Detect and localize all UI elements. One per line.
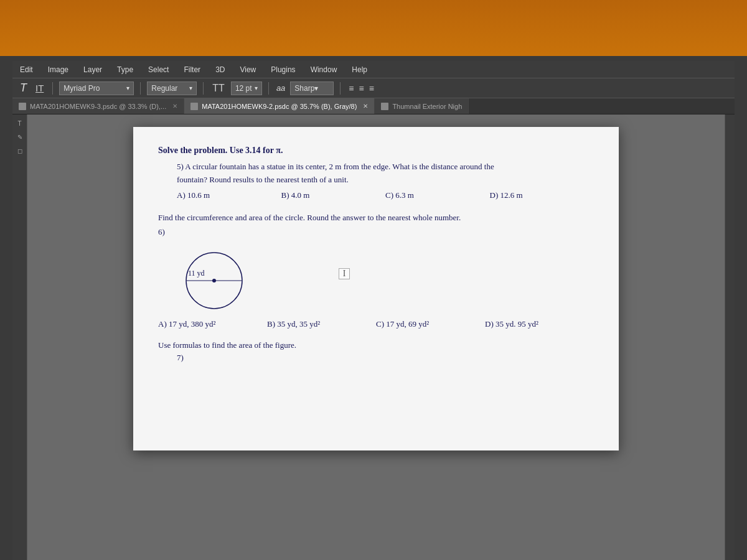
i-beam-cursor: I <box>339 268 350 279</box>
align-left-button[interactable]: ≡ <box>347 82 355 95</box>
menu-help[interactable]: Help <box>349 64 370 75</box>
problem5-choice-c: C) 6.3 m <box>385 190 490 200</box>
text-tool-alt-icon[interactable]: IT <box>33 82 46 95</box>
tab-icon-3 <box>381 103 388 110</box>
problem5-choice-a: A) 10.6 m <box>177 190 281 200</box>
separator-2 <box>140 82 141 95</box>
font-size-tt-icon: TT <box>210 82 227 95</box>
i-beam-cursor-area: I <box>339 268 350 279</box>
problem5-text: 5) A circular fountain has a statue in i… <box>177 161 594 174</box>
font-family-dropdown[interactable]: Myriad Pro ▾ <box>59 82 134 95</box>
align-right-button[interactable]: ≡ <box>367 82 376 95</box>
problem6-number: 6) <box>158 226 594 238</box>
tab-file-3[interactable]: Thumnail Exterior Nigh <box>375 98 469 114</box>
screen-inner: Edit Image Layer Type Select Filter 3D V… <box>12 61 735 560</box>
options-bar: T IT Myriad Pro ▾ Regular ▾ TT 12 pt ▾ <box>12 78 735 98</box>
menu-window[interactable]: Window <box>308 64 340 75</box>
problem7-number: 7) <box>177 353 594 363</box>
separator-4 <box>268 82 269 95</box>
menu-filter[interactable]: Filter <box>181 64 203 75</box>
tab-close-1[interactable]: ✕ <box>172 103 177 110</box>
problem6-choice-b: B) 35 yd, 35 yd² <box>267 319 376 329</box>
menu-layer[interactable]: Layer <box>81 64 105 75</box>
menu-type[interactable]: Type <box>115 64 136 75</box>
white-document[interactable]: Solve the problem. Use 3.14 for π. 5) A … <box>133 127 619 450</box>
tab-label-3: Thumnail Exterior Nigh <box>392 103 462 110</box>
problem5-text2: fountain? Round results to the nearest t… <box>177 174 594 187</box>
section-divider: Find the circumference and area of the c… <box>158 212 594 238</box>
tool-btn-3[interactable]: ◻ <box>14 144 26 157</box>
font-size-box[interactable]: 12 pt ▾ <box>231 82 262 95</box>
right-panel <box>725 114 735 560</box>
tab-bar: MATA201HOMEWK9-3.psdc @ 33.3% (D),... ✕ … <box>12 98 735 114</box>
menu-view[interactable]: View <box>237 64 258 75</box>
separator-5 <box>340 82 341 95</box>
problem5-choice-b: B) 4.0 m <box>281 190 386 200</box>
align-icons-group: ≡ ≡ ≡ <box>347 82 376 95</box>
separator-1 <box>52 82 53 95</box>
tab-icon-1 <box>19 103 26 110</box>
problem6-choice-c: C) 17 yd, 69 yd² <box>376 319 485 329</box>
menu-3d[interactable]: 3D <box>213 64 227 75</box>
problem5-header: Solve the problem. Use 3.14 for π. <box>158 146 594 156</box>
circle-svg: 11 yd <box>177 243 251 312</box>
dropdown-arrow-size: ▾ <box>252 85 258 91</box>
font-style-dropdown[interactable]: Regular ▾ <box>147 82 197 95</box>
menu-image[interactable]: Image <box>45 64 71 75</box>
dropdown-arrow-font: ▾ <box>121 85 129 91</box>
laptop-top-bezel <box>0 0 747 56</box>
tab-file-2[interactable]: MATA201HOMEWK9-2.psdc @ 35.7% (B), Gray/… <box>184 98 375 114</box>
text-tool-icon[interactable]: T <box>17 80 29 96</box>
document-area: T ✎ ◻ I Solve the problem. Use 3.14 for <box>12 114 735 560</box>
tool-btn-2[interactable]: ✎ <box>14 131 26 143</box>
menu-bar: Edit Image Layer Type Select Filter 3D V… <box>12 61 735 78</box>
problem5-answers: A) 10.6 m B) 4.0 m C) 6.3 m D) 12.6 m <box>177 190 594 200</box>
circle-diagram: 11 yd <box>177 243 251 312</box>
problem6-header: Find the circumference and area of the c… <box>158 212 594 224</box>
tab-close-2[interactable]: ✕ <box>363 103 368 110</box>
photoshop-app: Edit Image Layer Type Select Filter 3D V… <box>12 61 735 560</box>
anti-alias-dropdown[interactable]: Sharp ▾ <box>290 82 334 95</box>
align-center-button[interactable]: ≡ <box>357 82 366 95</box>
anti-alias-label: aa <box>276 83 285 93</box>
menu-select[interactable]: Select <box>146 64 171 75</box>
canvas-area: I Solve the problem. Use 3.14 for π. 5) … <box>27 114 725 560</box>
menu-plugins[interactable]: Plugins <box>268 64 298 75</box>
tab-label-2: MATA201HOMEWK9-2.psdc @ 35.7% (B), Gray/… <box>202 103 357 110</box>
use-formulas-section: Use formulas to find the area of the fig… <box>158 340 594 363</box>
left-tool-panel: T ✎ ◻ <box>12 114 27 560</box>
dropdown-arrow-aa: ▾ <box>314 84 318 93</box>
problem6-choice-a: A) 17 yd, 380 yd² <box>158 319 267 329</box>
tab-label-1: MATA201HOMEWK9-3.psdc @ 33.3% (D),... <box>30 103 166 110</box>
svg-point-2 <box>212 279 216 282</box>
problem6-choice-d: D) 35 yd. 95 yd² <box>485 319 594 329</box>
problem6-answers: A) 17 yd, 380 yd² B) 35 yd, 35 yd² C) 17… <box>158 319 594 329</box>
svg-text:11 yd: 11 yd <box>188 269 205 278</box>
dropdown-arrow-style: ▾ <box>184 85 192 91</box>
document-content: Solve the problem. Use 3.14 for π. 5) A … <box>158 146 594 363</box>
laptop-screen: Edit Image Layer Type Select Filter 3D V… <box>0 56 747 560</box>
problem5-choice-d: D) 12.6 m <box>490 190 594 200</box>
tool-btn-1[interactable]: T <box>14 117 26 129</box>
tab-file-1[interactable]: MATA201HOMEWK9-3.psdc @ 33.3% (D),... ✕ <box>12 98 184 114</box>
separator-3 <box>203 82 204 95</box>
menu-edit[interactable]: Edit <box>17 64 35 75</box>
tab-icon-2 <box>190 103 198 110</box>
use-formulas-text: Use formulas to find the area of the fig… <box>158 340 594 350</box>
